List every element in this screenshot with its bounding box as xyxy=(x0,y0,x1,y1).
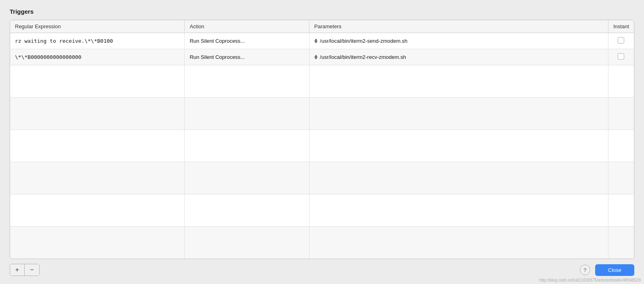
empty-row xyxy=(10,227,634,259)
cell-instant xyxy=(608,49,634,65)
empty-cell xyxy=(608,162,634,194)
instant-checkbox[interactable] xyxy=(618,53,624,60)
cell-instant xyxy=(608,33,634,49)
parameter-value: /usr/local/bin/iterm2-recv-zmodem.sh xyxy=(320,54,406,60)
empty-row xyxy=(10,65,634,98)
empty-cell xyxy=(10,98,185,130)
empty-cell xyxy=(10,162,185,194)
remove-button[interactable]: − xyxy=(25,264,39,276)
empty-cell xyxy=(309,227,608,259)
cell-regex: \*\*B0000000000000000 xyxy=(10,49,185,65)
close-button[interactable]: Close xyxy=(595,264,634,276)
column-header-instant: Instant xyxy=(608,20,634,33)
cell-action: Run Silent Coprocess... xyxy=(185,49,309,65)
empty-cell xyxy=(608,227,634,259)
empty-cell xyxy=(10,194,185,227)
stepper-icon[interactable] xyxy=(314,39,318,43)
parameter-value: /usr/local/bin/iterm2-send-zmodem.sh xyxy=(320,38,408,44)
empty-cell xyxy=(10,130,185,162)
empty-cell xyxy=(185,194,309,227)
cell-parameters: /usr/local/bin/iterm2-send-zmodem.sh xyxy=(309,33,608,49)
bottom-bar: + − ? Close xyxy=(10,264,634,276)
empty-cell xyxy=(608,194,634,227)
empty-row xyxy=(10,162,634,194)
empty-cell xyxy=(185,162,309,194)
stepper-icon[interactable] xyxy=(314,55,318,59)
empty-cell xyxy=(608,98,634,130)
cell-parameters: /usr/local/bin/iterm2-recv-zmodem.sh xyxy=(309,49,608,65)
empty-cell xyxy=(185,227,309,259)
empty-cell xyxy=(185,98,309,130)
empty-row xyxy=(10,130,634,162)
empty-cell xyxy=(10,65,185,98)
add-button[interactable]: + xyxy=(10,264,25,276)
column-header-regex: Regular Expression xyxy=(10,20,185,33)
empty-cell xyxy=(309,98,608,130)
table-row: \*\*B0000000000000000Run Silent Coproces… xyxy=(10,49,634,65)
right-actions: ? Close xyxy=(580,264,634,276)
footer-url: http://blog.csdn.net/u011630575/article/… xyxy=(539,278,641,282)
table-row: rz waiting to receive.\*\*B0100Run Silen… xyxy=(10,33,634,49)
empty-cell xyxy=(608,65,634,98)
instant-checkbox[interactable] xyxy=(618,37,624,44)
empty-cell xyxy=(608,130,634,162)
empty-cell xyxy=(309,65,608,98)
empty-cell xyxy=(185,65,309,98)
add-remove-group: + − xyxy=(10,264,40,276)
page-title: Triggers xyxy=(10,8,634,15)
empty-cell xyxy=(309,194,608,227)
empty-cell xyxy=(185,130,309,162)
cell-action: Run Silent Coprocess... xyxy=(185,33,309,49)
empty-row xyxy=(10,98,634,130)
column-header-action: Action xyxy=(185,20,309,33)
help-button[interactable]: ? xyxy=(580,265,590,275)
cell-regex: rz waiting to receive.\*\*B0100 xyxy=(10,33,185,49)
empty-row xyxy=(10,194,634,227)
column-header-parameters: Parameters xyxy=(309,20,608,33)
empty-cell xyxy=(309,130,608,162)
empty-cell xyxy=(309,162,608,194)
empty-cell xyxy=(10,227,185,259)
table-container: Regular Expression Action Parameters Ins… xyxy=(10,20,634,259)
